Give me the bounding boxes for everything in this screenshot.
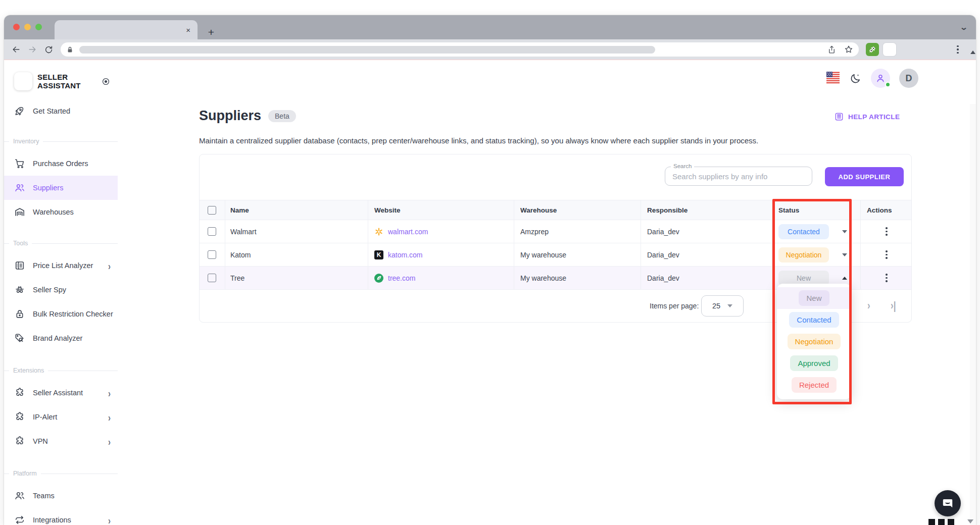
items-per-page-select[interactable]: 25 xyxy=(701,295,744,317)
browser-menu-icon[interactable] xyxy=(955,43,961,56)
scroll-up-arrow[interactable] xyxy=(970,50,975,54)
sidebar-item-integrations[interactable]: Integrations › xyxy=(4,508,118,525)
bookmark-star-icon[interactable] xyxy=(844,44,854,55)
last-page-button[interactable]: ›| xyxy=(891,299,896,312)
sidebar-collapse-icon[interactable] xyxy=(101,77,111,86)
sidebar-item-suppliers[interactable]: Suppliers xyxy=(4,176,118,200)
search-field[interactable]: Search xyxy=(665,167,812,186)
forward-button[interactable] xyxy=(25,42,39,57)
lock-icon xyxy=(14,308,25,320)
section-label-platform: Platform xyxy=(4,467,118,480)
browser-tab[interactable]: × xyxy=(55,20,198,39)
responsible-value: Daria_dev xyxy=(641,243,772,266)
website-link[interactable]: tree.com xyxy=(388,274,415,282)
language-flag-icon[interactable] xyxy=(826,72,840,85)
sidebar: SELLERASSISTANT Get Started Inventory Pu… xyxy=(4,60,118,525)
screenshot-root: × + ⌄ xyxy=(0,0,980,525)
row-actions-menu-icon[interactable] xyxy=(884,272,890,284)
chevron-right-icon: › xyxy=(108,514,111,525)
scroll-down-arrow[interactable] xyxy=(967,519,973,523)
avatar[interactable]: D xyxy=(899,69,918,88)
sync-icon xyxy=(14,514,25,525)
chevron-right-icon: › xyxy=(108,387,111,399)
column-header-website: Website xyxy=(368,200,514,220)
column-header-actions: Actions xyxy=(861,200,912,220)
share-icon[interactable] xyxy=(827,45,837,55)
person-icon xyxy=(875,73,886,84)
row-checkbox[interactable] xyxy=(208,274,216,282)
people-icon xyxy=(14,182,25,193)
section-label-inventory: Inventory xyxy=(4,135,118,147)
list-icon xyxy=(14,260,25,271)
sidebar-item-seller-spy[interactable]: Seller Spy xyxy=(4,278,118,302)
sidebar-item-ip-alert[interactable]: IP-Alert › xyxy=(4,405,118,429)
next-page-button[interactable]: › xyxy=(867,299,870,312)
sidebar-item-price-list-analyzer[interactable]: Price List Analyzer › xyxy=(4,253,118,278)
page-scrollbar[interactable] xyxy=(970,104,976,525)
warehouse-icon xyxy=(14,206,25,218)
row-actions-menu-icon[interactable] xyxy=(884,248,890,261)
lock-icon xyxy=(66,45,74,54)
sidebar-item-warehouses[interactable]: Warehouses xyxy=(4,200,118,224)
items-per-page-label: Items per page: xyxy=(650,302,699,310)
row-actions-menu-icon[interactable] xyxy=(884,225,890,238)
annotation-highlight-box xyxy=(772,199,852,404)
dark-mode-moon-icon[interactable] xyxy=(849,72,862,85)
sidebar-item-brand-analyzer[interactable]: Brand Analyzer xyxy=(4,326,118,350)
tag-search-icon xyxy=(14,333,25,344)
sidebar-item-bulk-restriction-checker[interactable]: Bulk Restriction Checker xyxy=(4,302,118,326)
new-tab-button[interactable]: + xyxy=(205,26,217,38)
article-icon xyxy=(834,112,844,122)
window-controls[interactable] xyxy=(13,24,42,30)
responsible-value: Daria_dev xyxy=(641,267,772,289)
search-input[interactable] xyxy=(665,167,812,185)
address-bar[interactable] xyxy=(61,42,859,57)
page-title: Suppliers xyxy=(199,108,261,124)
row-checkbox[interactable] xyxy=(208,227,216,236)
sidebar-item-vpn[interactable]: VPN › xyxy=(4,429,118,453)
website-link[interactable]: walmart.com xyxy=(388,228,428,236)
row-checkbox[interactable] xyxy=(208,250,216,259)
warehouse-value: My warehouse xyxy=(514,243,641,266)
column-header-responsible: Responsible xyxy=(641,200,772,220)
tree-favicon xyxy=(374,274,383,283)
close-window-button[interactable] xyxy=(13,24,20,30)
cut-off-content xyxy=(928,519,961,525)
online-status-dot xyxy=(885,82,891,87)
sidebar-item-get-started[interactable]: Get Started xyxy=(4,99,118,123)
tab-search-chevron-icon[interactable]: ⌄ xyxy=(960,23,968,31)
refresh-button[interactable] xyxy=(41,42,56,57)
warehouse-value: My warehouse xyxy=(514,267,641,289)
select-all-checkbox[interactable] xyxy=(208,206,216,215)
people-icon xyxy=(14,490,25,501)
cart-icon xyxy=(14,158,25,169)
sidebar-item-seller-assistant-ext[interactable]: Seller Assistant › xyxy=(4,381,118,405)
chevron-right-icon: › xyxy=(108,435,111,447)
supplier-name: Tree xyxy=(225,267,368,289)
help-article-link[interactable]: HELP ARTICLE xyxy=(834,112,900,122)
back-button[interactable] xyxy=(9,42,23,57)
minimize-window-button[interactable] xyxy=(24,24,31,30)
close-tab-icon[interactable]: × xyxy=(186,26,190,34)
website-link[interactable]: katom.com xyxy=(388,251,422,259)
chevron-down-icon xyxy=(727,304,732,307)
sidebar-item-purchase-orders[interactable]: Purchase Orders xyxy=(4,151,118,176)
seller-assistant-extension-icon[interactable] xyxy=(883,43,896,56)
add-supplier-button[interactable]: ADD SUPPLIER xyxy=(825,167,904,186)
chat-widget-button[interactable] xyxy=(935,490,961,516)
chevron-right-icon: › xyxy=(108,259,111,272)
spy-icon xyxy=(14,284,25,295)
rocket-icon xyxy=(14,106,25,117)
search-field-label: Search xyxy=(671,163,694,169)
url-text-blurred xyxy=(79,46,655,54)
puzzle-icon xyxy=(14,387,25,398)
account-status-button[interactable] xyxy=(871,69,890,88)
supplier-name: Katom xyxy=(225,243,368,266)
sidebar-item-teams[interactable]: Teams xyxy=(4,484,118,508)
extension-icon-green[interactable] xyxy=(866,43,879,56)
puzzle-icon xyxy=(14,411,25,423)
section-label-tools: Tools xyxy=(4,237,118,249)
zoom-window-button[interactable] xyxy=(35,24,42,30)
column-header-warehouse: Warehouse xyxy=(514,200,641,220)
chat-bubble-icon xyxy=(941,497,954,510)
